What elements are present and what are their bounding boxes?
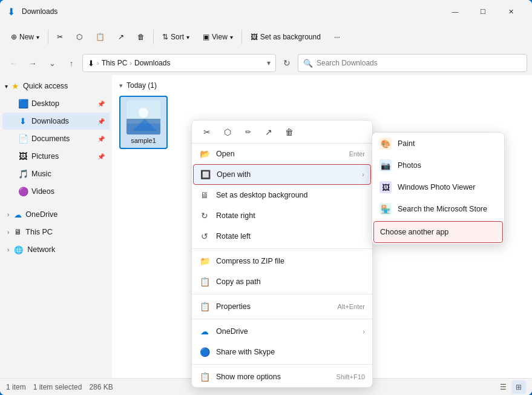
ctx-sep-4 [192, 364, 372, 365]
ctx-properties-label: Properties [216, 302, 251, 311]
ctx-rotateright[interactable]: ↻ Rotate right [192, 205, 372, 226]
ctx-setdesktop-icon: 🖥 [199, 190, 210, 200]
ctx-compress-label: Compress to ZIP file [216, 257, 284, 265]
ctx-share-button[interactable]: ↗ [260, 124, 278, 141]
ctx-sep-1 [192, 248, 372, 249]
ctx-moreoptions-shortcut: Shift+F10 [337, 373, 365, 380]
ctx-openwith-arrow: › [362, 171, 364, 178]
photoviewer-label: Windows Photo Viewer [398, 183, 475, 191]
ctx-rotateright-label: Rotate right [216, 211, 255, 220]
ctx-open[interactable]: 📂 Open Enter [192, 144, 372, 164]
chooseanother-label: Choose another app [380, 228, 448, 236]
submenu-paint[interactable]: 🎨 Paint [372, 133, 504, 154]
photos-icon: 📷 [379, 159, 392, 171]
photoviewer-icon: 🖼 [379, 181, 392, 193]
ctx-rotateleft-label: Rotate left [216, 232, 251, 241]
submenu-store[interactable]: 🏪 Search the Microsoft Store [372, 198, 504, 220]
ctx-moreoptions-label: Show more options [216, 373, 281, 381]
ctx-onedrive-icon: ☁ [199, 327, 210, 336]
store-icon: 🏪 [379, 203, 392, 215]
ctx-properties[interactable]: 📋 Properties Alt+Enter [192, 296, 372, 317]
ctx-setdesktop[interactable]: 🖥 Set as desktop background [192, 185, 372, 205]
ctx-properties-shortcut: Alt+Enter [337, 303, 365, 310]
ctx-sep-3 [192, 319, 372, 319]
ctx-properties-icon: 📋 [199, 302, 210, 311]
ctx-open-label: Open [216, 150, 235, 158]
window: ⬇ Downloads — ☐ ✕ ⊕ New ▾ ✂ ⬡ 📋 ↗ 🗑 [0, 0, 532, 395]
ctx-copypath-label: Copy as path [216, 277, 261, 286]
ctx-moreoptions[interactable]: 📋 Show more options Shift+F10 [192, 367, 372, 387]
context-toolbar: ✂ ⬡ ✏ ↗ 🗑 [192, 121, 372, 144]
store-label: Search the Microsoft Store [398, 205, 487, 213]
ctx-copypath[interactable]: 📋 Copy as path [192, 271, 372, 292]
ctx-sep-2 [192, 294, 372, 294]
paint-label: Paint [398, 139, 415, 148]
ctx-compress[interactable]: 📁 Compress to ZIP file [192, 251, 372, 271]
ctx-delete-button[interactable]: 🗑 [280, 124, 298, 141]
ctx-openwith[interactable]: 🔲 Open with › [193, 164, 371, 185]
ctx-openwith-label: Open with [217, 170, 251, 179]
ctx-rename-button[interactable]: ✏ [239, 124, 257, 141]
ctx-skype-label: Share with Skype [216, 348, 275, 356]
ctx-onedrive-arrow: › [363, 328, 365, 335]
ctx-open-shortcut: Enter [349, 150, 365, 158]
ctx-skype[interactable]: 🔵 Share with Skype [192, 342, 372, 362]
context-menu: ✂ ⬡ ✏ ↗ 🗑 📂 Open Enter 🔲 Open with › 🖥 [191, 120, 373, 388]
overlay[interactable]: ✂ ⬡ ✏ ↗ 🗑 📂 Open Enter 🔲 Open with › 🖥 [0, 0, 532, 395]
ctx-skype-icon: 🔵 [199, 347, 210, 357]
ctx-onedrive[interactable]: ☁ OneDrive › [192, 321, 372, 342]
ctx-copypath-icon: 📋 [199, 277, 210, 287]
ctx-rotateleft[interactable]: ↺ Rotate left [192, 226, 372, 247]
ctx-rotateright-icon: ↻ [199, 211, 210, 221]
ctx-copy-button[interactable]: ⬡ [218, 124, 237, 141]
submenu-chooseanother[interactable]: Choose another app [373, 221, 503, 243]
ctx-open-icon: 📂 [199, 149, 210, 159]
photos-label: Photos [398, 161, 421, 170]
ctx-cut-button[interactable]: ✂ [198, 124, 216, 141]
paint-icon: 🎨 [379, 138, 392, 150]
ctx-openwith-icon: 🔲 [200, 170, 211, 179]
ctx-compress-icon: 📁 [199, 256, 210, 266]
ctx-setdesktop-label: Set as desktop background [216, 191, 308, 199]
submenu-photos[interactable]: 📷 Photos [372, 154, 504, 176]
ctx-onedrive-label: OneDrive [216, 327, 248, 336]
submenu-photoviewer[interactable]: 🖼 Windows Photo Viewer [372, 176, 504, 198]
ctx-rotateleft-icon: ↺ [199, 231, 210, 241]
ctx-moreoptions-icon: 📋 [199, 372, 210, 382]
openwith-submenu: 🎨 Paint 📷 Photos 🖼 Windows Photo Viewer … [372, 132, 505, 245]
